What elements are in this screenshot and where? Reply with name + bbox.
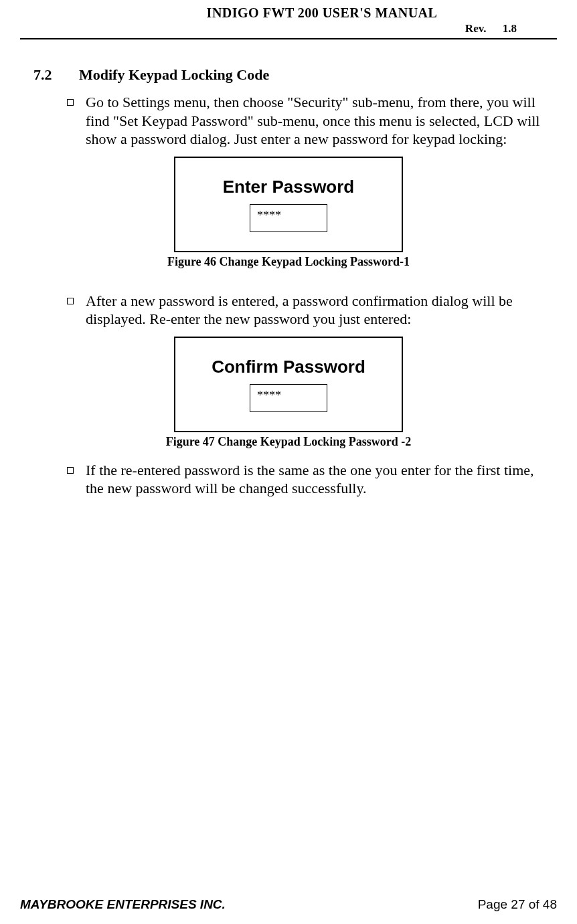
bullet-list: Go to Settings menu, then choose "Securi… <box>33 93 544 149</box>
password-input[interactable]: **** <box>250 204 327 232</box>
page-content: 7.2 Modify Keypad Locking Code Go to Set… <box>20 39 557 498</box>
bullet-item-3: If the re-entered password is the same a… <box>67 461 544 498</box>
section-title: Modify Keypad Locking Code <box>79 66 269 84</box>
revision-label: Rev. <box>465 22 487 35</box>
figure-caption-46: Figure 46 Change Keypad Locking Password… <box>33 255 544 269</box>
figure-caption-47: Figure 47 Change Keypad Locking Password… <box>33 435 544 449</box>
password-confirm-input[interactable]: **** <box>250 384 327 412</box>
revision-row: Rev. 1.8 <box>20 22 557 35</box>
section-number: 7.2 <box>33 66 60 84</box>
page-footer: MAYBROOKE ENTERPRISES INC. Page 27 of 48 <box>20 897 557 912</box>
bullet-item-1: Go to Settings menu, then choose "Securi… <box>67 93 544 149</box>
bullet-list: If the re-entered password is the same a… <box>33 461 544 498</box>
bullet-item-2: After a new password is entered, a passw… <box>67 292 544 329</box>
lcd-dialog-enter-password: Enter Password **** <box>174 157 403 252</box>
revision-value: 1.8 <box>503 22 517 35</box>
footer-company: MAYBROOKE ENTERPRISES INC. <box>20 897 226 912</box>
footer-page-number: Page 27 of 48 <box>478 897 557 912</box>
lcd-dialog-title: Enter Password <box>175 177 402 197</box>
section-heading: 7.2 Modify Keypad Locking Code <box>33 66 544 84</box>
lcd-dialog-confirm-password: Confirm Password **** <box>174 337 403 432</box>
bullet-list: After a new password is entered, a passw… <box>33 292 544 329</box>
page-header: INDIGO FWT 200 USER'S MANUAL Rev. 1.8 <box>20 0 557 39</box>
document-title: INDIGO FWT 200 USER'S MANUAL <box>87 5 557 21</box>
lcd-dialog-title: Confirm Password <box>175 357 402 377</box>
